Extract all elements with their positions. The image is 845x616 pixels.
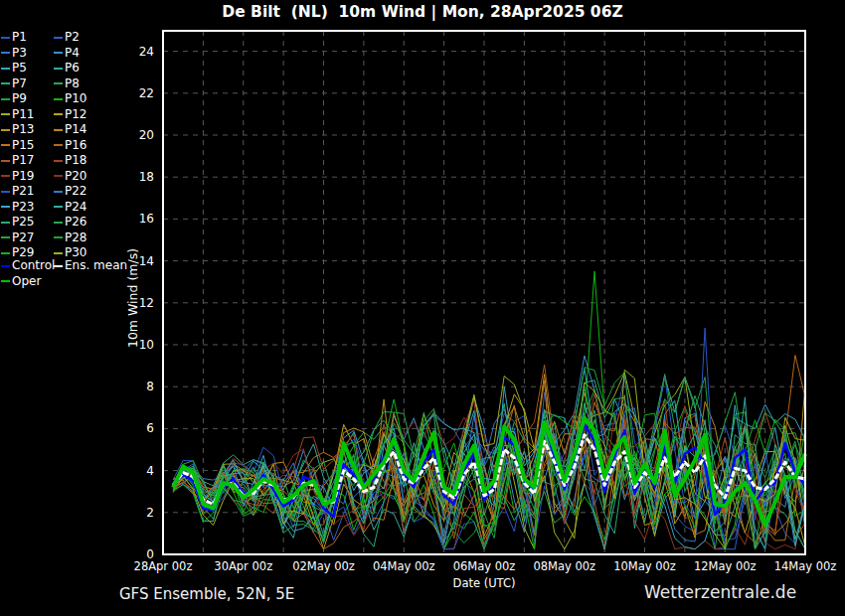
x-tick-label: 04May 00z bbox=[373, 559, 435, 573]
footer-model-info: GFS Ensemble, 52N, 5E bbox=[119, 585, 294, 603]
y-tick-label: 2 bbox=[118, 506, 154, 520]
y-tick-label: 16 bbox=[118, 212, 154, 226]
y-tick-label: 24 bbox=[118, 45, 154, 59]
x-tick-label: 12May 00z bbox=[694, 559, 757, 573]
x-tick-label: 30Apr 00z bbox=[214, 559, 272, 573]
x-tick-label: 06May 00z bbox=[453, 559, 516, 573]
x-tick-label: 10May 00z bbox=[613, 559, 676, 573]
y-tick-label: 22 bbox=[118, 86, 154, 100]
y-tick-label: 8 bbox=[118, 380, 154, 393]
x-tick-label: 02May 00z bbox=[292, 559, 355, 573]
y-axis-title: 10m Wind (m/s) bbox=[125, 248, 140, 348]
x-tick-label: 08May 00z bbox=[533, 559, 595, 573]
y-tick-label: 20 bbox=[118, 128, 154, 142]
y-tick-label: 6 bbox=[118, 421, 154, 435]
y-tick-label: 18 bbox=[118, 170, 154, 184]
footer-watermark: Wetterzentrale.de bbox=[644, 582, 796, 602]
x-tick-label: 14May 00z bbox=[774, 559, 837, 573]
x-tick-label: 28Apr 00z bbox=[134, 559, 193, 573]
x-axis-title: Date (UTC) bbox=[453, 576, 516, 590]
y-tick-label: 4 bbox=[118, 464, 154, 478]
ensemble-member-lines bbox=[173, 271, 805, 549]
